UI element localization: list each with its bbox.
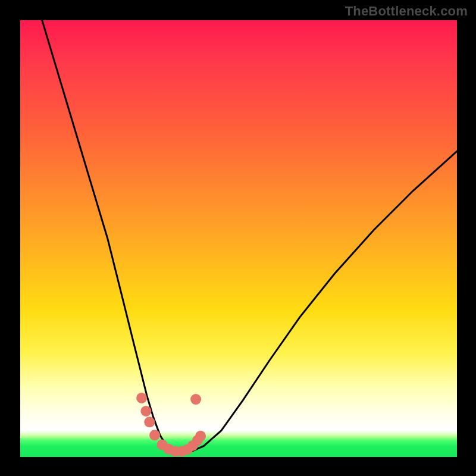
- chart-frame: TheBottleneck.com: [0, 0, 476, 476]
- bottleneck-curve: [42, 20, 457, 453]
- curve-marker: [144, 416, 155, 427]
- marker-group: [136, 393, 206, 457]
- curve-layer: [20, 20, 457, 457]
- curve-marker: [149, 430, 160, 440]
- curve-marker: [140, 406, 151, 416]
- watermark-text: TheBottleneck.com: [345, 4, 468, 19]
- curve-marker: [190, 394, 201, 405]
- curve-marker: [136, 393, 147, 403]
- plot-area: [20, 20, 457, 457]
- curve-marker: [195, 431, 206, 441]
